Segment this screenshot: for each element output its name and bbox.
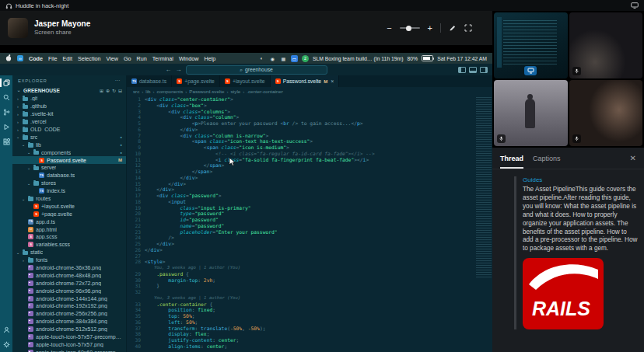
video-tile-participant-3[interactable] — [569, 80, 643, 146]
code-line[interactable]: 40 align-items: center; — [127, 343, 492, 350]
menu-selection[interactable]: Selection — [78, 55, 101, 62]
code-line[interactable]: 32 — [127, 289, 492, 295]
toggle-sidebar-icon[interactable] — [458, 67, 466, 73]
expand-button[interactable] — [464, 21, 472, 35]
explorer-activity-icon[interactable] — [0, 78, 12, 88]
tree-item-src[interactable]: ⌄src● — [12, 133, 126, 141]
code-line[interactable]: 4 <div class="column"> — [127, 114, 492, 120]
tree-item-android-chrome-384x384.png[interactable]: android-chrome-384x384.png — [12, 318, 126, 326]
popout-icon[interactable] — [631, 2, 639, 9]
code-line[interactable]: 2 <div class="box"> — [127, 103, 492, 109]
toggle-panel-icon[interactable] — [469, 67, 477, 73]
search-activity-icon[interactable] — [0, 92, 12, 103]
screen-share-active-icon[interactable]: ▭ — [291, 55, 298, 62]
tree-item-fonts[interactable]: ›fonts — [12, 256, 126, 264]
menubar-app-name[interactable]: Code — [29, 55, 43, 62]
tree-item-android-chrome-96x96.png[interactable]: android-chrome-96x96.png — [12, 287, 126, 294]
code-line[interactable]: 18 <input — [127, 199, 492, 205]
code-line[interactable]: 22 name="password" — [127, 223, 492, 229]
chevron-right-icon[interactable]: › — [16, 127, 20, 132]
code-line[interactable]: 28<style> — [127, 259, 492, 265]
menubar-badge-icon[interactable]: 2 — [302, 55, 309, 62]
chevron-right-icon[interactable]: › — [16, 112, 20, 117]
video-tile-participant-2[interactable] — [494, 80, 568, 146]
chevron-right-icon[interactable]: › — [16, 104, 20, 109]
code-line[interactable]: You, 3 weeks ago | 1 author (You) — [127, 265, 492, 271]
code-line[interactable]: 21 id="password" — [127, 217, 492, 223]
tree-item-.svelte-kit[interactable]: ›.svelte-kit — [12, 110, 126, 118]
tree-item-+layout.svelte[interactable]: S+layout.svelte — [12, 202, 126, 210]
project-section-header[interactable]: ⌄ GREENHOUSE ⊞ ⊕ ↻ ⊟ — [12, 85, 126, 95]
code-line[interactable]: You, 3 weeks ago | 1 author (You) — [127, 295, 492, 301]
breadcrumb-item[interactable]: Password.svelte — [189, 89, 224, 94]
code-line[interactable]: 25 </div> — [127, 241, 492, 247]
apple-menu-icon[interactable] — [5, 54, 12, 63]
zoom-out-button[interactable]: − — [387, 24, 391, 33]
tree-item-server[interactable]: ⌄server — [12, 164, 126, 172]
code-line[interactable]: 16 </div> — [127, 186, 492, 193]
menubar-clock[interactable]: Sat Feb 17 12:42 AM — [437, 56, 487, 61]
zoom-in-button[interactable]: + — [428, 24, 432, 33]
menu-view[interactable]: View — [107, 55, 118, 62]
command-center-search[interactable]: ⌕ greenhouse — [186, 65, 327, 75]
new-file-icon[interactable]: ⊞ — [100, 88, 103, 93]
account-activity-icon[interactable] — [0, 325, 12, 335]
code-line[interactable]: 36 left: 50%; — [127, 319, 492, 326]
tree-item-components[interactable]: ⌄components● — [12, 148, 126, 156]
explorer-more-icon[interactable]: ⋯ — [114, 78, 121, 84]
tree-item-routes[interactable]: ⌄routes — [12, 195, 126, 203]
close-tab-icon[interactable]: × — [331, 78, 334, 84]
code-line[interactable]: 33 .center-container { — [127, 301, 492, 308]
breadcrumb-item[interactable]: components — [157, 89, 184, 94]
tree-item-android-chrome-48x48.png[interactable]: android-chrome-48x48.png — [12, 271, 126, 279]
unfurl-link[interactable]: Guides — [523, 176, 638, 183]
tree-item-static[interactable]: ⌄static — [12, 249, 126, 256]
tab-captions[interactable]: Captions — [533, 148, 561, 169]
tree-item-app.d.ts[interactable]: TSapp.d.ts — [12, 218, 126, 225]
code-line[interactable]: 6 </div> — [127, 127, 492, 133]
code-line[interactable]: 7 <div class="column is-narrow"> — [127, 133, 492, 139]
code-line[interactable]: 31 } — [127, 283, 492, 289]
code-line[interactable]: 38 display: flex; — [127, 331, 492, 337]
chevron-right-icon[interactable]: › — [21, 258, 26, 263]
editor-tab-+layout.svelte[interactable]: S+layout.svelte — [220, 75, 271, 87]
tree-item-.git[interactable]: ›.git — [12, 95, 126, 103]
chevron-down-icon[interactable]: ⌄ — [21, 197, 26, 201]
close-icon[interactable]: ✕ — [630, 154, 636, 162]
zoom-slider[interactable] — [400, 27, 420, 29]
chevron-down-icon[interactable]: ⌄ — [26, 166, 31, 170]
code-line[interactable]: 10 <!-- <i class="fa-regular fa-id-card … — [127, 151, 492, 157]
code-line[interactable]: 15 </div> — [127, 181, 492, 187]
code-line[interactable]: 35 top: 50%; — [127, 313, 492, 319]
code-line[interactable]: 23 placeholder="Enter your password" — [127, 229, 492, 235]
code-line[interactable]: 30 margin-top: 2vh; — [127, 277, 492, 284]
code-line[interactable]: 3 <div class="columns"> — [127, 109, 492, 115]
tab-thread[interactable]: Thread — [500, 148, 523, 169]
menu-run[interactable]: Run — [137, 55, 147, 62]
tree-item-android-chrome-256x256.png[interactable]: android-chrome-256x256.png — [12, 310, 126, 318]
code-line[interactable]: 19 class="input is-primary" — [127, 205, 492, 211]
settings-gear-icon[interactable] — [0, 340, 12, 350]
menu-window[interactable]: Window — [179, 55, 199, 62]
tree-item-stores[interactable]: ⌄stores — [12, 179, 126, 187]
code-line[interactable]: 29 .password { — [127, 271, 492, 277]
nav-back-icon[interactable]: ← — [166, 67, 172, 73]
tree-item-lib[interactable]: ⌄lib● — [12, 141, 126, 148]
chevron-down-icon[interactable]: ⌄ — [16, 250, 20, 255]
tree-item-android-chrome-72x72.png[interactable]: android-chrome-72x72.png — [12, 279, 126, 287]
tree-item-database.ts[interactable]: TSdatabase.ts — [12, 172, 126, 179]
chevron-right-icon[interactable]: › — [16, 120, 20, 124]
code-line[interactable]: 17 <div class="password"> — [127, 193, 492, 199]
tree-item-android-chrome-144x144.png[interactable]: android-chrome-144x144.png — [12, 294, 126, 302]
editor-tab-+page.svelte[interactable]: S+page.svelte — [172, 75, 220, 87]
tree-item-Password.svelte[interactable]: SPassword.svelteM — [12, 156, 126, 164]
editor-tab-database.ts[interactable]: TSdatabase.ts — [127, 75, 172, 87]
tree-item-android-chrome-192x192.png[interactable]: android-chrome-192x192.png — [12, 302, 126, 310]
code-line[interactable]: 26</div> — [127, 247, 492, 253]
tree-item-variables.scss[interactable]: Svariables.scss — [12, 241, 126, 249]
chevron-right-icon[interactable]: › — [16, 96, 20, 101]
draw-button[interactable] — [449, 21, 457, 35]
tree-item-apple-touch-icon-57x57-precomposed...[interactable]: apple-touch-icon-57x57-precomposed... — [12, 333, 126, 341]
code-editor[interactable]: 1<div class="center-container">2 <div cl… — [127, 96, 492, 352]
unfurl-image-rails-logo[interactable]: RAILS — [523, 258, 604, 329]
